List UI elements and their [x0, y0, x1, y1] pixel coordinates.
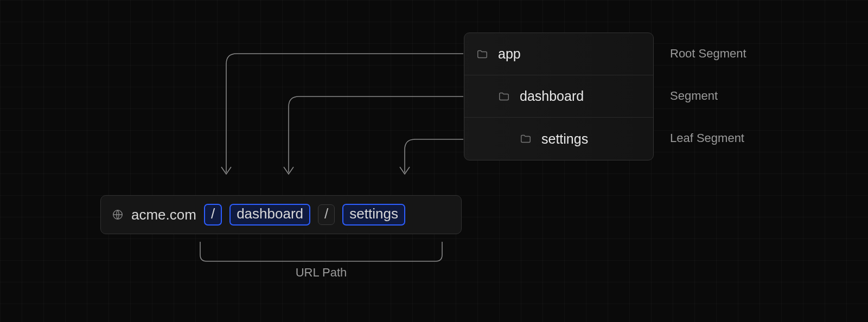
folder-label: app [498, 46, 521, 62]
url-slash-highlight: / [204, 204, 222, 226]
folder-icon [498, 91, 510, 102]
folder-row-app: app [464, 33, 653, 75]
folder-tree-panel: app dashboard settings [464, 33, 654, 160]
segment-annotation-root: Root Segment [670, 47, 746, 61]
segment-annotation-leaf: Leaf Segment [670, 131, 744, 145]
folder-row-dashboard: dashboard [464, 75, 653, 118]
url-segment-settings: settings [342, 204, 405, 226]
folder-label: dashboard [520, 88, 584, 104]
folder-icon [476, 48, 488, 60]
segment-annotations: Root Segment Segment Leaf Segment [670, 33, 746, 159]
url-path-label: URL Path [200, 266, 443, 280]
segment-annotation-segment: Segment [670, 89, 718, 103]
globe-icon [112, 209, 124, 221]
folder-row-settings: settings [464, 118, 653, 160]
url-segment-dashboard: dashboard [229, 204, 310, 226]
url-slash: / [318, 204, 335, 225]
url-domain: acme.com [131, 207, 196, 223]
url-bar: acme.com / dashboard / settings [100, 195, 462, 234]
folder-icon [520, 133, 532, 145]
folder-label: settings [541, 131, 588, 147]
